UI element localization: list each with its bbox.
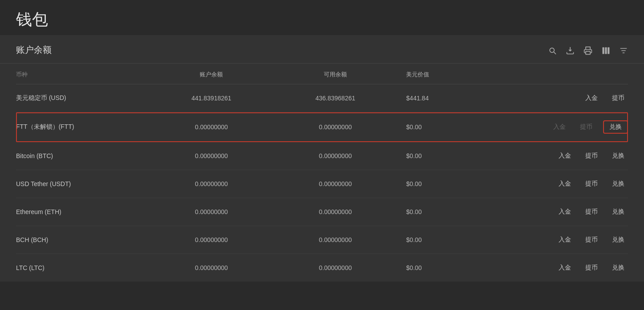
balance-value: 0.00000000 bbox=[149, 236, 274, 243]
balance-value: 0.00000000 bbox=[149, 180, 274, 187]
download-icon[interactable] bbox=[566, 45, 575, 55]
section-title: 账户余额 bbox=[16, 44, 52, 56]
currency-label: USD Tether (USDT) bbox=[16, 180, 149, 187]
withdraw-button[interactable]: 提币 bbox=[582, 206, 601, 218]
balance-value: 0.00000000 bbox=[149, 123, 274, 131]
usd-value: $0.00 bbox=[397, 123, 521, 131]
currency-label: Ethereum (ETH) bbox=[16, 208, 149, 215]
columns-icon[interactable] bbox=[601, 45, 610, 55]
deposit-button[interactable]: 入金 bbox=[555, 262, 575, 274]
table-row: Bitcoin (BTC) 0.00000000 0.00000000 $0.0… bbox=[16, 142, 628, 170]
print-icon[interactable] bbox=[584, 45, 592, 55]
available-value: 0.00000000 bbox=[274, 236, 398, 243]
deposit-button[interactable]: 入金 bbox=[582, 92, 601, 104]
currency-label: BCH (BCH) bbox=[16, 236, 149, 243]
withdraw-button[interactable]: 提币 bbox=[608, 92, 628, 104]
table-row: USD Tether (USDT) 0.00000000 0.00000000 … bbox=[16, 170, 628, 198]
svg-rect-0 bbox=[603, 47, 604, 54]
search-icon[interactable] bbox=[548, 45, 557, 55]
usd-value: $441.84 bbox=[397, 95, 521, 102]
table-row: 美元稳定币 (USD) 441.83918261 436.83968261 $4… bbox=[16, 84, 628, 112]
exchange-button[interactable]: 兑换 bbox=[608, 262, 628, 274]
withdraw-button[interactable]: 提币 bbox=[582, 234, 601, 246]
withdraw-button: 提币 bbox=[576, 121, 596, 133]
available-value: 0.00000000 bbox=[274, 152, 398, 159]
table-row: LTC (LTC) 0.00000000 0.00000000 $0.00 入金… bbox=[16, 254, 628, 282]
balance-value: 0.00000000 bbox=[149, 152, 274, 159]
exchange-button[interactable]: 兑换 bbox=[603, 120, 628, 134]
balance-value: 441.83918261 bbox=[149, 95, 274, 102]
exchange-button[interactable]: 兑换 bbox=[608, 206, 628, 218]
deposit-button[interactable]: 入金 bbox=[555, 150, 575, 162]
currency-label: 美元稳定币 (USD) bbox=[16, 94, 149, 102]
deposit-button: 入金 bbox=[550, 121, 569, 133]
col-header-currency: 币种 bbox=[16, 71, 149, 79]
withdraw-button[interactable]: 提币 bbox=[582, 262, 601, 274]
exchange-button[interactable]: 兑换 bbox=[608, 150, 628, 162]
available-value: 0.00000000 bbox=[274, 264, 398, 271]
withdraw-button[interactable]: 提币 bbox=[582, 150, 601, 162]
exchange-button[interactable]: 兑换 bbox=[608, 178, 628, 190]
deposit-button[interactable]: 入金 bbox=[555, 178, 575, 190]
table-header: 币种 账户余额 可用余额 美元价值 bbox=[16, 64, 628, 84]
balance-value: 0.00000000 bbox=[149, 208, 274, 215]
filter-icon[interactable] bbox=[619, 45, 628, 55]
deposit-button[interactable]: 入金 bbox=[555, 234, 575, 246]
col-header-available: 可用余额 bbox=[274, 71, 398, 79]
available-value: 0.00000000 bbox=[274, 180, 398, 187]
usd-value: $0.00 bbox=[397, 152, 521, 159]
page-title: 钱包 bbox=[16, 9, 628, 31]
usd-value: $0.00 bbox=[397, 264, 521, 271]
available-value: 0.00000000 bbox=[274, 208, 398, 215]
col-header-balance: 账户余额 bbox=[149, 71, 274, 79]
available-value: 0.00000000 bbox=[274, 123, 398, 131]
svg-rect-2 bbox=[608, 47, 609, 54]
usd-value: $0.00 bbox=[397, 208, 521, 215]
usd-value: $0.00 bbox=[397, 236, 521, 243]
withdraw-button[interactable]: 提币 bbox=[582, 178, 601, 190]
available-value: 436.83968261 bbox=[274, 95, 398, 102]
currency-label: FTT（未解锁）(FTT) bbox=[16, 123, 149, 131]
deposit-button[interactable]: 入金 bbox=[555, 206, 575, 218]
currency-label: LTC (LTC) bbox=[16, 264, 149, 271]
table-row: FTT（未解锁）(FTT) 0.00000000 0.00000000 $0.0… bbox=[16, 112, 628, 142]
currency-label: Bitcoin (BTC) bbox=[16, 152, 149, 159]
balance-value: 0.00000000 bbox=[149, 264, 274, 271]
exchange-button[interactable]: 兑换 bbox=[608, 234, 628, 246]
svg-rect-1 bbox=[605, 47, 607, 54]
table-row: Ethereum (ETH) 0.00000000 0.00000000 $0.… bbox=[16, 198, 628, 226]
table-row: BCH (BCH) 0.00000000 0.00000000 $0.00 入金… bbox=[16, 226, 628, 254]
usd-value: $0.00 bbox=[397, 180, 521, 187]
col-header-usd: 美元价值 bbox=[397, 71, 521, 79]
